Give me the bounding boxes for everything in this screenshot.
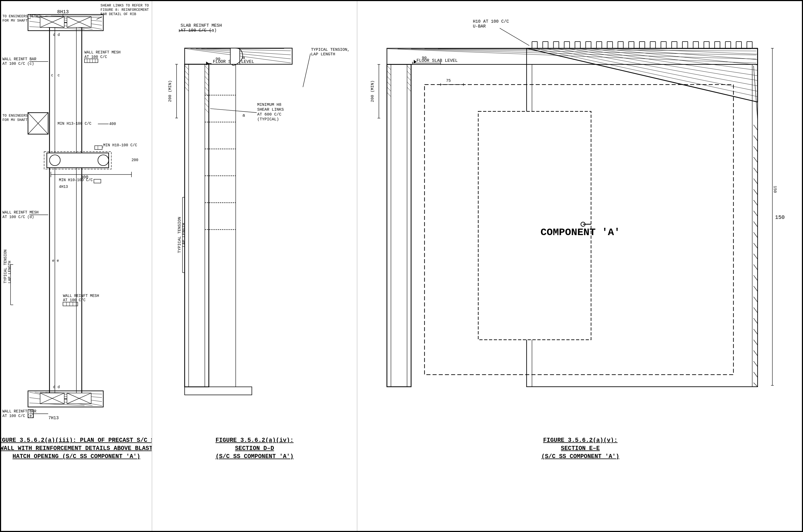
svg-text:SLAB REINFT MESH: SLAB REINFT MESH [180, 23, 222, 28]
svg-text:c: c [51, 73, 53, 77]
svg-text:WALL REINFT BAR: WALL REINFT BAR [2, 57, 36, 61]
svg-text:AT 600 C/C: AT 600 C/C [257, 112, 282, 117]
svg-text:d: d [53, 33, 55, 37]
svg-text:(TYPICAL): (TYPICAL) [257, 117, 279, 121]
svg-text:150: 150 [773, 186, 777, 193]
svg-point-60 [50, 155, 60, 166]
svg-text:U-BAR: U-BAR [473, 24, 486, 29]
svg-text:LAP LENGTH: LAP LENGTH [311, 52, 335, 56]
svg-text:FIGURE 8: REINFORCEMENT: FIGURE 8: REINFORCEMENT [101, 8, 149, 12]
svg-text:200 (MIN): 200 (MIN) [168, 80, 172, 102]
svg-text:SHEAR LINKS TO REFER TO: SHEAR LINKS TO REFER TO [101, 3, 149, 7]
svg-rect-54 [95, 146, 102, 150]
svg-text:COMPONENT 'A': COMPONENT 'A' [541, 227, 620, 238]
svg-text:FOR MV SHAFT: FOR MV SHAFT [2, 19, 27, 23]
svg-text:FIGURE 3.5.6.2(a)(iv):: FIGURE 3.5.6.2(a)(iv): [215, 437, 293, 444]
svg-text:(S/C SS COMPONENT 'A'): (S/C SS COMPONENT 'A') [541, 453, 619, 460]
svg-text:e: e [52, 259, 54, 263]
svg-text:WALL REINFT MESH: WALL REINFT MESH [63, 294, 99, 298]
svg-text:4H13: 4H13 [59, 185, 68, 189]
svg-text:AT 100 C/C (d): AT 100 C/C (d) [2, 215, 34, 219]
svg-text:AT 100 C/C: AT 100 C/C [63, 298, 85, 302]
svg-text:MIN H10–100 C/C: MIN H10–100 C/C [103, 143, 137, 147]
middle-panel: SLAB REINFT MESH AT 100 C/C (a) FLOOR SL… [152, 1, 357, 531]
svg-text:8H13: 8H13 [57, 9, 69, 15]
svg-text:150: 150 [775, 214, 785, 221]
main-container: 8H13 TO ENGINEERS DETAIL FOR MV SHAFT SH… [0, 0, 803, 532]
svg-text:HATCH OPENING (S/C SS COMPONEN: HATCH OPENING (S/C SS COMPONENT 'A') [13, 453, 140, 460]
svg-text:c: c [57, 73, 60, 77]
svg-rect-326 [478, 112, 591, 340]
svg-rect-68 [94, 179, 101, 183]
svg-text:7H13: 7H13 [48, 416, 59, 420]
left-panel: 8H13 TO ENGINEERS DETAIL FOR MV SHAFT SH… [1, 1, 152, 531]
svg-text:(S/C SS COMPONENT 'A'): (S/C SS COMPONENT 'A') [215, 453, 293, 460]
svg-text:MIN H10–100 C/C: MIN H10–100 C/C [59, 178, 93, 182]
svg-text:WALL REINFT MESH: WALL REINFT MESH [84, 50, 121, 55]
svg-text:a: a [242, 113, 245, 118]
svg-text:d: d [57, 33, 60, 37]
svg-text:SECTION E–E: SECTION E–E [561, 445, 600, 452]
svg-text:LAP LENGTH: LAP LENGTH [7, 261, 12, 283]
svg-text:TYPICAL TENSION: TYPICAL TENSION [3, 249, 7, 283]
svg-text:d: d [57, 385, 60, 389]
svg-text:90: 90 [216, 57, 221, 61]
svg-text:a: a [242, 55, 245, 60]
svg-text:200: 200 [131, 158, 138, 162]
svg-text:MIN H13–100 C/C: MIN H13–100 C/C [57, 121, 91, 126]
svg-text:SECTION D–D: SECTION D–D [235, 445, 274, 452]
svg-text:WALL WITH REINFORCEMENT DETAIL: WALL WITH REINFORCEMENT DETAILS ABOVE BL… [1, 445, 152, 452]
svg-rect-152 [230, 48, 240, 64]
svg-text:H10 AT 100 C/C: H10 AT 100 C/C [473, 19, 509, 24]
svg-text:AT 100 C/C (c): AT 100 C/C (c) [2, 61, 34, 66]
svg-text:FIGURE 3.5.6.2(a)(iii): PLAN O: FIGURE 3.5.6.2(a)(iii): PLAN OF PRECAST … [1, 437, 152, 444]
right-panel: H10 AT 100 C/C U-BAR FLOOR SLAB LEVEL 20… [357, 1, 802, 531]
svg-text:d: d [53, 385, 55, 389]
svg-text:SHEAR LINKS: SHEAR LINKS [257, 108, 284, 112]
svg-text:BAR DETAIL OF RIB: BAR DETAIL OF RIB [101, 12, 136, 16]
svg-text:75: 75 [446, 79, 451, 83]
svg-text:e: e [57, 259, 59, 263]
svg-text:MINIMUM H8: MINIMUM H8 [257, 102, 282, 107]
svg-text:AT 100 C/C (a): AT 100 C/C (a) [180, 28, 217, 33]
svg-text:TO ENGINEERS DETAIL: TO ENGINEERS DETAIL [2, 14, 42, 18]
svg-text:90: 90 [422, 56, 427, 60]
svg-text:AT 100 C/C: AT 100 C/C [84, 55, 107, 59]
svg-text:400: 400 [109, 122, 116, 126]
svg-point-61 [98, 155, 109, 166]
svg-text:TYPICAL TENSION: TYPICAL TENSION [177, 217, 181, 253]
svg-text:FOR MV SHAFT: FOR MV SHAFT [2, 118, 27, 122]
svg-text:FIGURE 3.5.6.2(a)(v):: FIGURE 3.5.6.2(a)(v): [543, 437, 617, 444]
svg-text:AT 100 C/C (e): AT 100 C/C (e) [2, 414, 34, 418]
svg-text:200 (MIN): 200 (MIN) [370, 80, 375, 102]
svg-text:WALL REINFT MESH: WALL REINFT MESH [2, 210, 39, 214]
svg-text:TYPICAL TENSION,: TYPICAL TENSION, [311, 48, 349, 52]
